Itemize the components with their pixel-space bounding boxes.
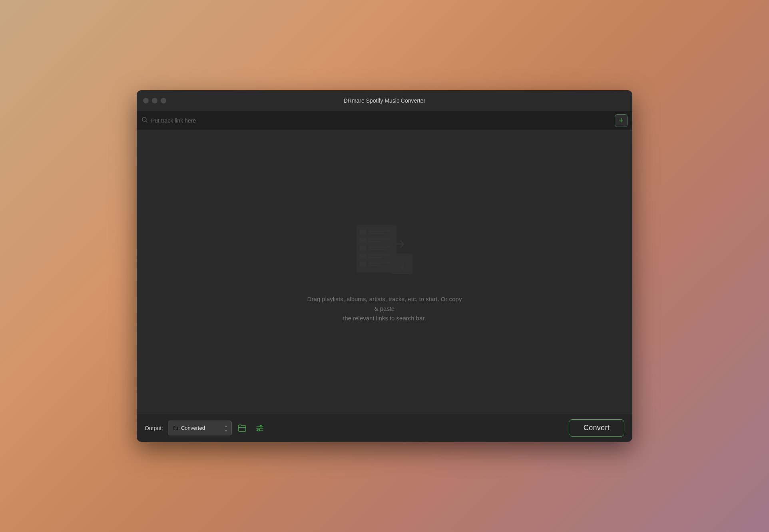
music-converter-illustration: ♩ <box>353 221 416 285</box>
open-folder-button[interactable] <box>235 421 249 435</box>
output-label: Output: <box>145 425 163 431</box>
minimize-button[interactable] <box>152 98 157 103</box>
search-input[interactable] <box>151 117 628 124</box>
svg-rect-6 <box>360 238 366 242</box>
svg-point-23 <box>260 425 262 427</box>
empty-state-text: Drag playlists, albums, artists, tracks,… <box>305 294 464 323</box>
svg-rect-10 <box>369 246 389 248</box>
empty-illustration: ♩ <box>353 221 416 285</box>
convert-button[interactable]: Convert <box>569 419 624 437</box>
window-title: DRmare Spotify Music Converter <box>344 97 426 104</box>
svg-rect-17 <box>369 265 380 266</box>
chevron-down-icon <box>225 428 227 433</box>
svg-line-1 <box>146 121 147 122</box>
chevron-up-icon <box>225 423 227 428</box>
main-window: DRmare Spotify Music Converter + <box>137 90 632 442</box>
svg-point-24 <box>257 429 259 431</box>
empty-description-line1: Drag playlists, albums, artists, tracks,… <box>305 294 464 314</box>
output-folder-select[interactable]: 🗂 Converted <box>168 421 232 435</box>
chevron-icon <box>225 423 227 433</box>
close-button[interactable] <box>143 98 149 103</box>
title-bar: DRmare Spotify Music Converter <box>137 90 632 111</box>
search-bar: + <box>137 111 632 130</box>
open-folder-icon <box>238 424 247 432</box>
svg-text:♩: ♩ <box>400 259 405 271</box>
svg-rect-15 <box>360 262 366 266</box>
svg-rect-9 <box>360 246 366 250</box>
svg-rect-3 <box>360 230 366 234</box>
main-content: ♩ Drag playlists, albums, artists, track… <box>137 130 632 414</box>
empty-description-line2: the relevant links to search bar. <box>305 314 464 323</box>
svg-rect-11 <box>369 249 386 250</box>
svg-rect-5 <box>369 233 384 234</box>
svg-rect-4 <box>369 230 389 232</box>
window-controls <box>143 98 166 103</box>
svg-rect-12 <box>360 254 366 258</box>
svg-rect-14 <box>369 257 383 258</box>
svg-rect-8 <box>369 241 381 242</box>
list-settings-icon <box>255 424 264 432</box>
folder-emoji: 🗂 <box>172 425 179 432</box>
list-settings-button[interactable] <box>253 421 267 435</box>
svg-rect-13 <box>369 254 389 256</box>
search-icon <box>141 117 148 125</box>
bottom-bar: Output: 🗂 Converted <box>137 414 632 442</box>
svg-rect-16 <box>369 262 389 264</box>
svg-rect-7 <box>369 238 389 240</box>
output-value: Converted <box>181 425 222 431</box>
maximize-button[interactable] <box>161 98 166 103</box>
add-button[interactable]: + <box>615 114 628 127</box>
